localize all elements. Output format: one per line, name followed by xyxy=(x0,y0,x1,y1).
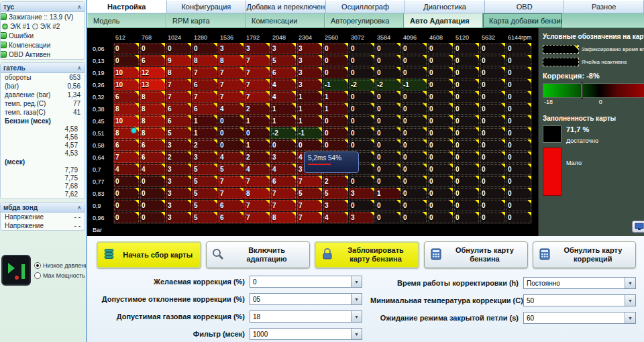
map-cell[interactable]: 0 xyxy=(427,152,453,164)
map-cell[interactable]: 0 xyxy=(480,91,506,103)
map-cell[interactable]: 5 xyxy=(192,212,218,224)
map-cell[interactable]: 0 xyxy=(506,127,532,139)
map-cell[interactable]: 3 xyxy=(166,212,192,224)
subtab-Авторегулировка[interactable]: Авторегулировка xyxy=(325,13,404,27)
map-cell[interactable]: 6 xyxy=(113,91,140,103)
map-cell[interactable]: 10 xyxy=(113,67,140,79)
map-cell[interactable]: 0 xyxy=(140,176,166,188)
map-cell[interactable]: 1 xyxy=(297,103,323,115)
radio-icon[interactable] xyxy=(34,272,41,279)
map-cell[interactable]: 0 xyxy=(323,55,349,67)
map-cell[interactable]: 8 xyxy=(140,115,166,127)
включить-адаптацию-button[interactable]: Включить адаптацию xyxy=(206,241,309,268)
map-cell[interactable]: 6 xyxy=(218,200,244,212)
map-cell[interactable]: 1 xyxy=(244,139,270,152)
map-cell[interactable]: 3 xyxy=(297,43,323,55)
map-cell[interactable]: 8 xyxy=(244,188,270,200)
chevron-down-icon[interactable]: ▼ xyxy=(625,295,635,306)
map-cell[interactable]: 7 xyxy=(218,79,244,91)
обнулить-карту-бензина-button[interactable]: Обнулить карту бензина xyxy=(424,241,527,268)
chevron-down-icon[interactable]: ▼ xyxy=(351,276,362,287)
chevron-down-icon[interactable]: ▼ xyxy=(625,312,635,323)
map-cell[interactable]: 2 xyxy=(244,103,270,115)
map-cell[interactable]: 8 xyxy=(166,67,192,79)
map-cell[interactable]: 8 xyxy=(113,103,140,115)
map-cell[interactable]: 0 xyxy=(349,127,375,139)
map-cell[interactable]: 0 xyxy=(453,188,480,200)
map-cell[interactable]: 7 xyxy=(166,91,192,103)
map-cell[interactable]: 5 xyxy=(192,200,218,212)
tab-Добавка и переключен[interactable]: Добавка и переключен xyxy=(246,0,326,13)
map-cell[interactable]: 0 xyxy=(323,139,349,152)
map-cell[interactable]: 0 xyxy=(427,103,453,115)
map-cell[interactable]: 0 xyxy=(401,127,427,139)
map-cell[interactable]: 0 xyxy=(480,212,506,224)
map-cell[interactable]: 2 xyxy=(244,152,270,164)
map-cell[interactable]: 0 xyxy=(506,212,532,224)
map-cell[interactable]: 0 xyxy=(113,55,140,67)
subtab-RPM карта[interactable]: RPM карта xyxy=(166,13,246,27)
map-cell[interactable]: 7 xyxy=(270,200,297,212)
map-cell[interactable]: 0 xyxy=(349,91,375,103)
map-cell[interactable]: 3 xyxy=(166,176,192,188)
map-cell[interactable]: 0 xyxy=(349,43,375,55)
map-cell[interactable]: 0 xyxy=(427,67,453,79)
map-cell[interactable]: 7 xyxy=(297,212,323,224)
map-cell[interactable]: 3 xyxy=(192,152,218,164)
map-cell[interactable]: 0 xyxy=(453,43,480,55)
map-cell[interactable]: 0 xyxy=(349,139,375,152)
radio-icon[interactable] xyxy=(34,262,41,269)
map-cell[interactable]: 0 xyxy=(349,67,375,79)
map-cell[interactable]: 6 xyxy=(140,152,166,164)
map-cell[interactable]: 0 xyxy=(480,55,506,67)
map-cell[interactable]: 6 xyxy=(140,139,166,152)
form-combo[interactable]: 50▼ xyxy=(523,294,636,306)
map-cell[interactable]: 0 xyxy=(401,67,427,79)
map-cell[interactable]: 10 xyxy=(113,79,140,91)
map-cell[interactable]: 13 xyxy=(140,79,166,91)
map-cell[interactable]: 7 xyxy=(113,152,140,164)
map-cell[interactable]: 5 xyxy=(192,176,218,188)
map-cell[interactable]: 0 xyxy=(506,164,532,176)
map-cell[interactable]: -2 xyxy=(375,79,401,91)
map-cell[interactable]: 0 xyxy=(323,43,349,55)
tab-Разное[interactable]: Разное xyxy=(564,0,644,13)
chevron-down-icon[interactable]: ▼ xyxy=(351,311,362,322)
map-cell[interactable]: 4 xyxy=(218,152,244,164)
map-cell[interactable]: 0 xyxy=(427,212,453,224)
map-cell[interactable]: 0 xyxy=(349,200,375,212)
subtab-Модель[interactable]: Модель xyxy=(87,13,166,27)
map-cell[interactable]: 6 xyxy=(192,79,218,91)
map-cell[interactable]: 0 xyxy=(480,115,506,127)
map-cell[interactable]: 4 xyxy=(244,164,270,176)
engine-panel-header[interactable]: гатель ∧ xyxy=(1,63,85,73)
map-cell[interactable]: 3 xyxy=(166,139,192,152)
map-cell[interactable]: 7 xyxy=(244,55,270,67)
map-cell[interactable]: 0 xyxy=(218,115,244,127)
map-cell[interactable]: 5 xyxy=(323,188,349,200)
map-cell[interactable]: 0 xyxy=(192,43,218,55)
map-cell[interactable]: 0 xyxy=(506,115,532,127)
map-cell[interactable]: 0 xyxy=(375,176,401,188)
map-cell[interactable]: 7 xyxy=(244,176,270,188)
map-cell[interactable]: 0 xyxy=(427,188,453,200)
ek1-radio-icon[interactable] xyxy=(2,23,8,30)
map-cell[interactable]: 0 xyxy=(480,127,506,139)
map-cell[interactable]: 0 xyxy=(427,200,453,212)
map-cell[interactable]: 5 xyxy=(192,164,218,176)
map-cell[interactable]: 0 xyxy=(506,91,532,103)
map-cell[interactable]: 0 xyxy=(323,127,349,139)
map-cell[interactable]: 4 xyxy=(113,164,140,176)
tab-OBD[interactable]: OBD xyxy=(485,0,565,13)
map-cell[interactable]: 0 xyxy=(375,152,401,164)
map-cell[interactable]: 7 xyxy=(270,188,297,200)
form-combo[interactable]: Постоянно▼ xyxy=(523,277,636,289)
map-cell[interactable]: 2 xyxy=(166,152,192,164)
map-cell[interactable]: 0 xyxy=(113,43,140,55)
tab-Настройка[interactable]: Настройка xyxy=(87,0,167,13)
map-cell[interactable]: 0 xyxy=(427,164,453,176)
map-cell[interactable]: 0 xyxy=(453,152,480,164)
map-cell[interactable]: 0 xyxy=(506,188,532,200)
map-cell[interactable]: 4 xyxy=(270,79,297,91)
map-cell[interactable]: 0 xyxy=(453,67,480,79)
